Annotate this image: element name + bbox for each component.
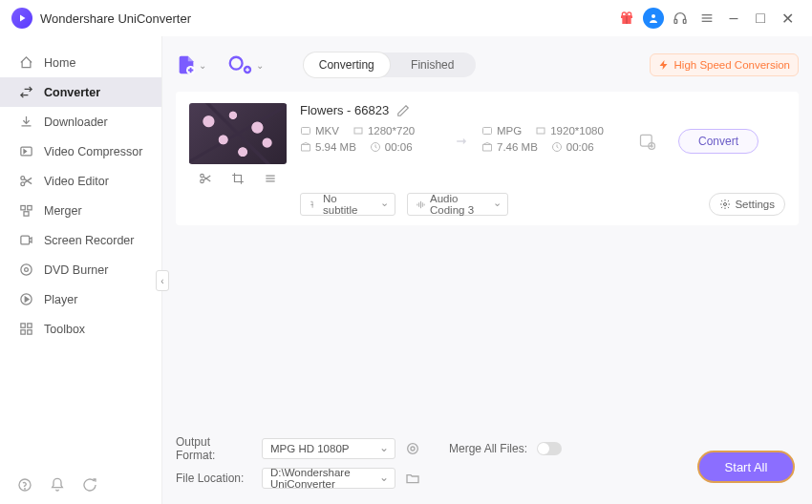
sidebar-item-label: Downloader — [44, 116, 108, 129]
sidebar-item-label: Toolbox — [44, 323, 85, 336]
converter-icon — [19, 85, 34, 99]
subtitle-icon — [309, 200, 319, 210]
svg-rect-39 — [537, 128, 545, 134]
tab-finished[interactable]: Finished — [390, 52, 476, 77]
svg-point-12 — [21, 177, 25, 180]
convert-button[interactable]: Convert — [678, 129, 759, 154]
compressor-icon — [19, 144, 34, 158]
titlebar: Wondershare UniConverter – □ ✕ — [0, 0, 812, 36]
output-format-label: Output Format: — [176, 435, 252, 462]
content-toolbar: ⌄ ⌄ Converting Finished High Speed Conve… — [176, 46, 799, 84]
svg-rect-14 — [21, 206, 25, 210]
svg-point-44 — [411, 447, 415, 451]
sidebar-item-label: DVD Burner — [44, 263, 108, 277]
sidebar-collapse-button[interactable]: ‹ — [156, 270, 169, 291]
svg-rect-16 — [24, 212, 29, 216]
download-icon — [19, 115, 34, 129]
headset-icon[interactable] — [667, 5, 694, 32]
home-icon — [19, 55, 34, 70]
sidebar-item-compressor[interactable]: Video Compressor — [0, 136, 161, 166]
sidebar-item-downloader[interactable]: Downloader — [0, 107, 161, 136]
sidebar-item-label: Merger — [44, 204, 82, 218]
more-icon[interactable] — [262, 170, 279, 187]
svg-rect-23 — [21, 330, 25, 334]
svg-point-28 — [230, 57, 243, 70]
svg-rect-15 — [28, 206, 32, 210]
output-format-dropdown[interactable]: MPG HD 1080P — [262, 438, 395, 459]
svg-rect-41 — [641, 135, 652, 146]
gift-icon[interactable] — [613, 5, 640, 32]
format-settings-icon[interactable] — [638, 132, 657, 151]
app-title: Wondershare UniConverter — [40, 11, 191, 26]
sidebar: Home Converter Downloader Video Compress… — [0, 36, 162, 504]
svg-rect-6 — [674, 19, 677, 23]
merge-toggle[interactable] — [537, 442, 562, 455]
svg-point-5 — [652, 14, 655, 18]
bell-icon[interactable] — [50, 477, 65, 493]
open-folder-icon[interactable] — [405, 471, 420, 486]
sidebar-item-label: Player — [44, 293, 77, 306]
audio-icon — [416, 200, 426, 210]
arrow-icon — [453, 132, 472, 151]
subtitle-dropdown[interactable]: No subtitle — [300, 193, 395, 216]
svg-point-4 — [628, 12, 631, 16]
sidebar-item-label: Video Compressor — [44, 145, 142, 158]
audio-dropdown[interactable]: Audio Coding 3 — [407, 193, 508, 216]
output-settings-icon[interactable] — [405, 441, 420, 456]
svg-point-18 — [21, 264, 32, 275]
file-name: Flowers - 66823 — [300, 103, 389, 117]
start-all-button[interactable]: Start All — [697, 451, 795, 483]
app-logo — [11, 8, 32, 29]
svg-point-26 — [25, 489, 26, 490]
crop-icon[interactable] — [229, 170, 246, 187]
high-speed-conversion-button[interactable]: High Speed Conversion — [650, 53, 799, 76]
target-info: MPG 1920*1080 7.46 MB 00:06 — [481, 125, 625, 158]
svg-point-19 — [25, 268, 29, 272]
file-location-label: File Location: — [176, 472, 252, 485]
disc-icon — [19, 262, 34, 277]
sidebar-item-label: Home — [44, 56, 75, 70]
svg-rect-24 — [28, 330, 32, 334]
edit-name-icon[interactable] — [396, 104, 410, 117]
settings-button[interactable]: Settings — [709, 193, 785, 216]
trim-icon[interactable] — [197, 170, 214, 187]
source-info: MKV 1280*720 5.94 MB 00:06 — [300, 125, 443, 158]
svg-point-43 — [724, 203, 727, 206]
recorder-icon — [19, 233, 34, 247]
sidebar-item-dvd[interactable]: DVD Burner — [0, 255, 161, 284]
scissors-icon — [19, 174, 34, 188]
hamburger-menu-icon[interactable] — [694, 5, 720, 32]
sidebar-item-converter[interactable]: Converter — [0, 77, 161, 107]
content-area: ⌄ ⌄ Converting Finished High Speed Conve… — [162, 36, 812, 504]
svg-rect-35 — [302, 128, 310, 135]
merge-label: Merge All Files: — [449, 442, 527, 455]
video-thumbnail[interactable] — [189, 103, 287, 164]
minimize-button[interactable]: – — [720, 5, 747, 32]
tab-converting[interactable]: Converting — [304, 52, 390, 77]
help-icon[interactable] — [17, 477, 32, 493]
sidebar-item-editor[interactable]: Video Editor — [0, 166, 161, 196]
sidebar-item-player[interactable]: Player — [0, 284, 161, 314]
sidebar-item-label: Screen Recorder — [44, 234, 135, 247]
hsc-label: High Speed Conversion — [674, 59, 790, 71]
sidebar-item-toolbox[interactable]: Toolbox — [0, 314, 161, 344]
sidebar-item-home[interactable]: Home — [0, 48, 161, 77]
svg-point-31 — [201, 179, 204, 183]
play-icon — [19, 292, 34, 306]
add-file-button[interactable]: ⌄ — [176, 54, 206, 75]
svg-rect-7 — [683, 19, 686, 23]
sidebar-item-recorder[interactable]: Screen Recorder — [0, 225, 161, 255]
feedback-icon[interactable] — [82, 477, 97, 493]
svg-point-13 — [21, 182, 25, 186]
add-url-button[interactable]: ⌄ — [227, 54, 264, 75]
file-card: Flowers - 66823 MKV 1280*720 5.94 MB 00:… — [176, 92, 799, 225]
sidebar-item-merger[interactable]: Merger — [0, 196, 161, 225]
maximize-button[interactable]: □ — [747, 5, 774, 32]
user-avatar[interactable] — [640, 5, 667, 32]
sidebar-footer — [0, 466, 161, 504]
sidebar-item-label: Converter — [44, 86, 100, 99]
sidebar-item-label: Video Editor — [44, 175, 109, 188]
file-location-dropdown[interactable]: D:\Wondershare UniConverter — [262, 468, 395, 489]
toolbox-icon — [19, 322, 34, 336]
close-button[interactable]: ✕ — [774, 5, 801, 32]
